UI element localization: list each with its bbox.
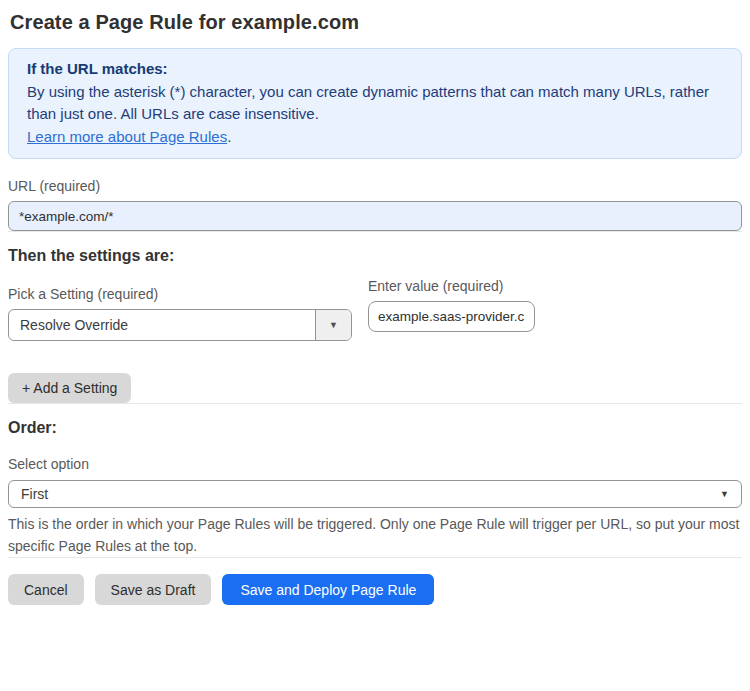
setting-select-label: Pick a Setting (required) [8, 286, 352, 302]
learn-more-link[interactable]: Learn more about Page Rules [27, 128, 227, 145]
url-field-label: URL (required) [8, 178, 742, 194]
settings-section-heading: Then the settings are: [8, 247, 742, 265]
actions-row: Cancel Save as Draft Save and Deploy Pag… [8, 574, 742, 605]
order-section-heading: Order: [8, 419, 742, 437]
info-box-link-line: Learn more about Page Rules. [27, 126, 723, 149]
order-select-value: First [21, 486, 720, 502]
setting-value-column: Enter value (required) [368, 278, 535, 332]
value-field-label: Enter value (required) [368, 278, 535, 294]
actions-divider [8, 557, 742, 558]
setting-picker-column: Pick a Setting (required) Resolve Overri… [8, 265, 352, 341]
section-divider [8, 403, 742, 404]
order-select-label: Select option [8, 456, 742, 472]
setting-value-input[interactable] [368, 301, 535, 332]
section-divider [8, 231, 742, 232]
chevron-down-icon: ▼ [720, 489, 729, 499]
order-help-text: This is the order in which your Page Rul… [8, 513, 742, 557]
url-match-info-box: If the URL matches: By using the asteris… [8, 48, 742, 159]
save-deploy-button[interactable]: Save and Deploy Page Rule [222, 574, 434, 605]
add-setting-button[interactable]: + Add a Setting [8, 373, 131, 403]
settings-row: Pick a Setting (required) Resolve Overri… [8, 265, 742, 341]
url-input[interactable] [8, 201, 742, 231]
link-suffix: . [227, 128, 231, 145]
info-box-heading: If the URL matches: [27, 58, 723, 81]
setting-select[interactable]: Resolve Override ▼ [8, 309, 352, 341]
save-draft-button[interactable]: Save as Draft [95, 574, 212, 605]
cancel-button[interactable]: Cancel [8, 574, 84, 605]
setting-select-value: Resolve Override [9, 310, 315, 340]
order-select[interactable]: First ▼ [8, 480, 742, 508]
info-box-body: By using the asterisk (*) character, you… [27, 81, 723, 126]
page-title: Create a Page Rule for example.com [10, 11, 740, 34]
chevron-down-icon[interactable]: ▼ [315, 310, 351, 340]
